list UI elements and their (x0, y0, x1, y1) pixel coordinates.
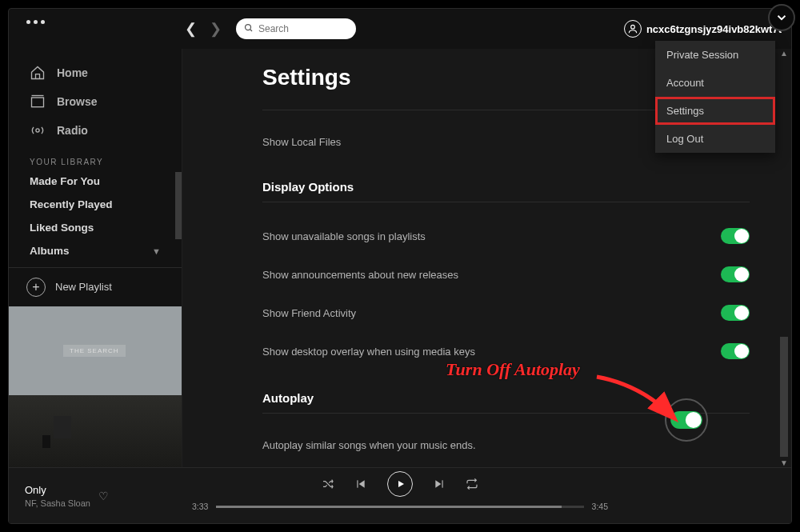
sidebar-item-browse[interactable]: Browse (15, 87, 175, 116)
album-art-label: THE SEARCH (63, 345, 126, 357)
svg-rect-3 (32, 98, 44, 107)
setting-label: Autoplay similar songs when your music e… (262, 439, 476, 451)
app-menu-button[interactable] (26, 20, 45, 24)
svg-line-1 (250, 30, 253, 32)
sidebar-item-home[interactable]: Home (15, 58, 175, 87)
menu-item-account[interactable]: Account (655, 69, 775, 97)
next-button[interactable] (434, 478, 445, 490)
repeat-button[interactable] (466, 478, 478, 490)
toggle-autoplay[interactable] (670, 411, 702, 429)
menu-item-logout[interactable]: Log Out (655, 125, 775, 153)
track-title[interactable]: Only (25, 484, 90, 496)
search-box[interactable] (236, 18, 356, 39)
setting-label: Show unavailable songs in playlists (262, 230, 426, 242)
sidebar-label: Radio (57, 124, 88, 137)
user-chevron-button[interactable] (768, 4, 795, 31)
svg-point-2 (631, 25, 635, 29)
home-icon (30, 65, 46, 81)
nav-forward-button[interactable]: ❯ (210, 20, 222, 38)
svg-marker-9 (398, 481, 404, 487)
user-menu-toggle[interactable]: ncxc6tzgnsjyz94ivb82kwt7t (624, 20, 786, 38)
library-item-recently-played[interactable]: Recently Played (9, 193, 182, 216)
browse-icon (30, 94, 46, 110)
avatar-icon (624, 20, 642, 38)
play-button[interactable] (387, 471, 413, 497)
progress-bar[interactable] (216, 506, 583, 508)
previous-button[interactable] (355, 478, 366, 490)
library-item-liked-songs[interactable]: Liked Songs (9, 216, 182, 239)
scroll-down-icon[interactable]: ▼ (778, 458, 790, 467)
track-artist[interactable]: NF, Sasha Sloan (25, 498, 90, 508)
menu-item-settings[interactable]: Settings (655, 97, 775, 125)
nav-back-button[interactable]: ❮ (185, 20, 197, 38)
scroll-up-icon[interactable]: ▲ (778, 49, 790, 58)
toggle-announcements[interactable] (721, 266, 750, 282)
setting-label: Show Friend Activity (262, 307, 356, 319)
library-item-made-for-you[interactable]: Made For You (9, 170, 182, 193)
sidebar-label: Browse (57, 95, 98, 108)
sidebar-label: Home (57, 66, 88, 79)
main-scrollbar[interactable]: ▲ ▼ (778, 49, 790, 467)
search-icon (244, 23, 254, 34)
radio-icon (30, 122, 46, 138)
now-playing-album-art[interactable]: THE SEARCH (9, 306, 182, 467)
chevron-down-icon: ▼ (152, 246, 161, 256)
new-playlist-button[interactable]: + New Playlist (9, 268, 182, 306)
now-playing-bar: Only NF, Sasha Sloan ♡ (9, 467, 791, 523)
library-header: YOUR LIBRARY (9, 145, 182, 170)
toggle-desktop-overlay[interactable] (721, 343, 750, 359)
shuffle-button[interactable] (322, 478, 334, 490)
plus-icon: + (26, 278, 46, 297)
user-name: ncxc6tzgnsjyz94ivb82kwt7t (646, 23, 782, 35)
svg-point-5 (36, 129, 39, 132)
elapsed-time: 3:33 (192, 502, 208, 511)
toggle-unavailable-songs[interactable] (721, 228, 750, 244)
svg-rect-8 (357, 480, 358, 487)
menu-item-private-session[interactable]: Private Session (655, 41, 775, 69)
like-button[interactable]: ♡ (98, 490, 109, 502)
setting-label: Show announcements about new releases (262, 269, 458, 281)
search-input[interactable] (258, 23, 348, 34)
sidebar: Home Browse Radio YOUR LIBRARY Made For … (9, 49, 182, 467)
scrollbar-thumb[interactable] (780, 337, 788, 457)
section-display-options: Display Options (262, 180, 750, 194)
toggle-friend-activity[interactable] (721, 305, 750, 321)
duration-time: 3:45 (592, 502, 608, 511)
sidebar-item-radio[interactable]: Radio (15, 116, 175, 145)
library-item-albums[interactable]: Albums ▼ (9, 239, 182, 262)
svg-point-0 (246, 25, 251, 30)
library-scrollbar-thumb[interactable] (175, 172, 182, 239)
svg-marker-7 (359, 480, 365, 487)
svg-rect-11 (442, 480, 443, 487)
annotation-text: Turn Off Autoplay (446, 359, 580, 380)
annotation-target-ring (665, 398, 708, 442)
setting-label: Show desktop overlay when using media ke… (262, 346, 475, 358)
svg-marker-10 (435, 480, 441, 487)
user-dropdown-menu: Private Session Account Settings Log Out (655, 41, 775, 153)
